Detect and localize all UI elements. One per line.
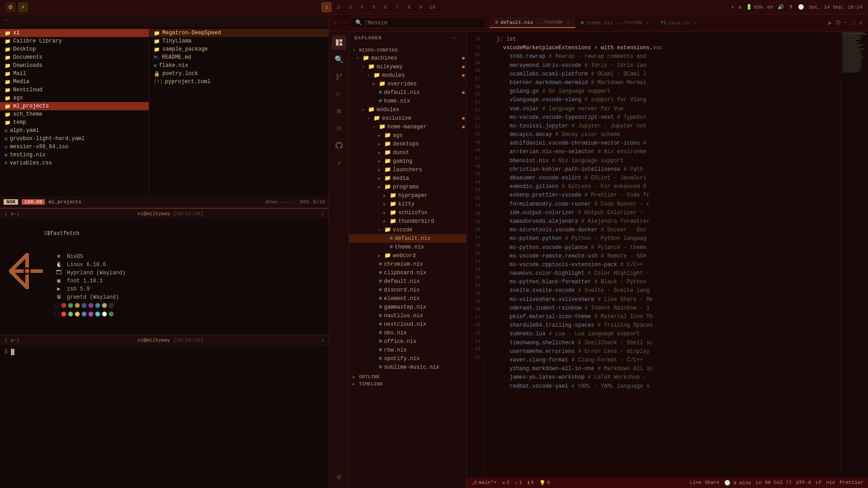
eol-status[interactable]: LF [816,480,821,486]
run-icon[interactable]: ▶ [828,19,832,27]
tree-vscode[interactable]: ▾ 📁 vscode [349,225,466,234]
fm-item-alph-yaml[interactable]: ⚙ alph.yaml [0,127,149,135]
back-button[interactable]: ← [335,19,339,27]
settings-icon[interactable]: ⚙ [332,470,346,484]
status-branch[interactable]: ⎇ main*+ [471,480,497,486]
status-errors[interactable]: ✕ 2 [502,480,509,486]
fm-item-temp[interactable]: 📁 temp [0,118,149,127]
workspace-8[interactable]: 8 [404,2,414,12]
tree-gaming[interactable]: ▶ 📁 gaming [349,157,466,165]
tree-milkyway[interactable]: ▾ 📁 milkyway [349,62,466,71]
tab-cava-ts[interactable]: TS Cava.ts ✕ [655,18,702,28]
fm-item-downloads[interactable]: 📁 Downloads [0,61,149,70]
tree-overrides[interactable]: ▶ 📁 overrides [349,80,466,88]
live-share-icon[interactable]: ↗ [332,155,346,170]
tree-webcord[interactable]: ▶ 📁 webcord [349,251,466,260]
remote-icon[interactable]: ⊡ [332,121,346,136]
fm-item-gruvbox-yaml[interactable]: ⚙ gruvbox-light-hard.yaml [0,135,149,143]
tree-default-nix-excl[interactable]: ▶ ❄ default.nix [349,277,466,286]
tree-theme-nix[interactable]: ▶ ❄ theme.nix [349,243,466,251]
fm-item-megatron[interactable]: 📁 Megatron-DeepSpeed [149,29,329,37]
workspace-3[interactable]: 3 [345,2,355,12]
sidebar-timeline[interactable]: ▶ TIMELINE [349,380,466,388]
tree-kitty[interactable]: ▶ 📁 kitty [349,200,466,208]
tree-schizofox[interactable]: ▶ 📁 schizofox [349,208,466,217]
fm-item-messier-iso[interactable]: ⊙ messier-x86_64.iso [0,143,149,151]
workspace-10[interactable]: 10 [427,2,437,12]
tree-nextcloud-nix[interactable]: ▶ ❄ nextcloud.nix [349,320,466,328]
extensions-icon[interactable]: ⊞ [332,104,346,118]
fm-item-variables-css[interactable]: # variables.css [0,159,149,167]
vsc-search-bar[interactable]: 🔍 !Neovim [350,17,486,28]
tree-gammastep-nix[interactable]: ▶ ❄ gammastep.nix [349,303,466,311]
github-icon[interactable] [332,138,346,153]
fm-item-xi[interactable]: 📁 xi [0,29,149,37]
fm-item-poetry-lock[interactable]: 🔒 poetry.lock [149,70,329,78]
tree-default-nix-mw[interactable]: ▶ ❄ default.nix [349,88,466,97]
workspace-5[interactable]: 5 [368,2,378,12]
status-info[interactable]: ℹ 0 [528,480,534,486]
tree-obs-nix[interactable]: ▶ ❄ obs.nix [349,328,466,337]
status-warnings[interactable]: ⚠ 1 [515,480,522,486]
tree-modules-2[interactable]: ▾ 📁 modules [349,105,466,114]
gear-icon[interactable]: ⚙ [5,2,15,12]
tree-default-nix-vsc[interactable]: ▶ ❄ default.nix [349,234,466,243]
split-icon[interactable]: ⧉ [836,19,840,27]
tree-desktops[interactable]: ▶ 📁 desktops [349,140,466,148]
fm-item-mail[interactable]: 📁 Mail [0,70,149,78]
workspace-2[interactable]: 2 [333,2,343,12]
more-icon[interactable]: ··· [450,35,461,41]
tree-home-nix[interactable]: ▶ ❄ home.nix [349,97,466,105]
fm-item-ml-projects[interactable]: 📁 ml_projects [0,102,149,110]
tree-launchers[interactable]: ▶ 📁 launchers [349,165,466,174]
encoding-status[interactable]: UTF-8 [796,480,811,486]
fm-item-media[interactable]: 📁 Media [0,78,149,86]
tree-office-nix[interactable]: ▶ ❄ office.nix [349,337,466,346]
tab-default-nix[interactable]: ❄ default.nix .../vscode ✕ [490,18,575,28]
prettier-status[interactable]: Prettier [840,480,863,486]
language-status[interactable]: nix [826,480,835,486]
tab-close-icon[interactable]: ✕ [566,20,569,25]
fm-item-nextcloud[interactable]: 📁 Nextcloud [0,86,149,94]
fm-item-sch-theme[interactable]: 📁 sch_theme [0,110,149,118]
tab-theme-nix[interactable]: ❄ theme.nix .../vscode ✕ [576,18,655,28]
sidebar-outline[interactable]: ▶ OUTLINE [349,373,466,380]
tree-programs[interactable]: ▶ 📁 programs [349,183,466,191]
workspace-4[interactable]: 4 [357,2,367,12]
forward-button[interactable]: → [343,19,347,27]
tree-hyprpaper[interactable]: ▶ 📁 hyprpaper [349,191,466,200]
tree-thunderbird[interactable]: ▶ 📁 thunderbird [349,217,466,225]
minimize-button[interactable]: − [844,19,848,27]
code-area[interactable]: }: let vscodeMarketplaceExtensions = wit… [485,32,841,477]
fm-item-readme[interactable]: M↓ README.md [149,53,329,61]
fm-item-flake-nix[interactable]: ❄ flake.nix [149,61,329,70]
tree-nautilus-nix[interactable]: ▶ ❄ nautilus.nix [349,311,466,320]
tree-machines[interactable]: ▾ 📁 machines [349,54,466,62]
tree-chromium-nix[interactable]: ▶ ❄ chromium.nix [349,260,466,268]
tree-home-manager[interactable]: ▾ 📁 home-manager [349,122,466,131]
fm-item-testing-nix[interactable]: ❄ testing.nix [0,151,149,159]
dropdown-icon[interactable]: ▾ [731,4,734,10]
live-share-status[interactable]: Live Share [690,480,720,486]
debug-icon[interactable]: ▷ [332,87,346,101]
tree-rbw-nix[interactable]: ▶ ❄ rbw.nix [349,346,466,354]
tree-clipboard-nix[interactable]: ▶ ❄ clipboard.nix [349,268,466,277]
fm-item-ags[interactable]: 📁 ags [0,94,149,102]
workspace-6[interactable]: 6 [380,2,390,12]
tree-sublime-music-nix[interactable]: ▶ ❄ sublime-music.nix [349,363,466,371]
search-icon[interactable]: 🔍 [332,52,346,67]
source-control-icon[interactable] [332,70,346,84]
tree-modules-1[interactable]: ▾ 📁 modules [349,71,466,80]
workspace-7[interactable]: 7 [392,2,402,12]
fm-item-desktop[interactable]: 📁 Desktop [0,45,149,53]
fm-item-documents[interactable]: 📁 Documents [0,53,149,61]
tree-media[interactable]: ▶ 📁 media [349,174,466,183]
fm-item-tinyllama[interactable]: 📁 TinyLlama [149,37,329,45]
status-hints[interactable]: 💡 0 [539,480,550,486]
tree-ags[interactable]: ▶ 📁 ags [349,131,466,140]
tree-dunst[interactable]: ▶ 📁 dunst [349,148,466,157]
ln-col-status[interactable]: Ln 98 Col 77 [756,480,792,486]
maximize-button[interactable]: □ [851,19,855,27]
workspace-9[interactable]: 9 [415,2,425,12]
explorer-icon[interactable] [332,35,346,50]
